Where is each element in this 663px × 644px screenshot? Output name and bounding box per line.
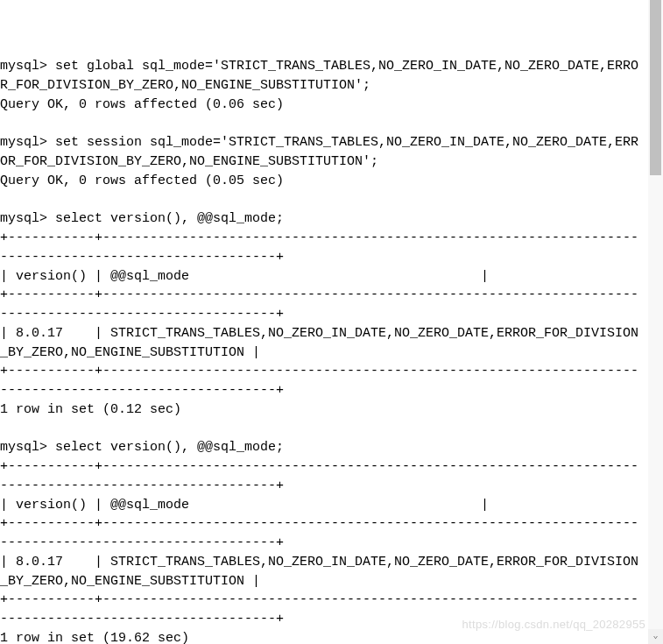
chevron-down-icon: ⌄ <box>652 630 658 643</box>
scrollbar-track[interactable] <box>648 0 663 644</box>
scrollbar[interactable]: ⌄ <box>648 0 663 644</box>
scrollbar-down-button[interactable]: ⌄ <box>648 629 663 644</box>
terminal-area[interactable]: mysql> set global sql_mode='STRICT_TRANS… <box>0 0 645 644</box>
terminal-content: mysql> set global sql_mode='STRICT_TRANS… <box>0 39 645 645</box>
scrollbar-thumb[interactable] <box>650 0 661 175</box>
